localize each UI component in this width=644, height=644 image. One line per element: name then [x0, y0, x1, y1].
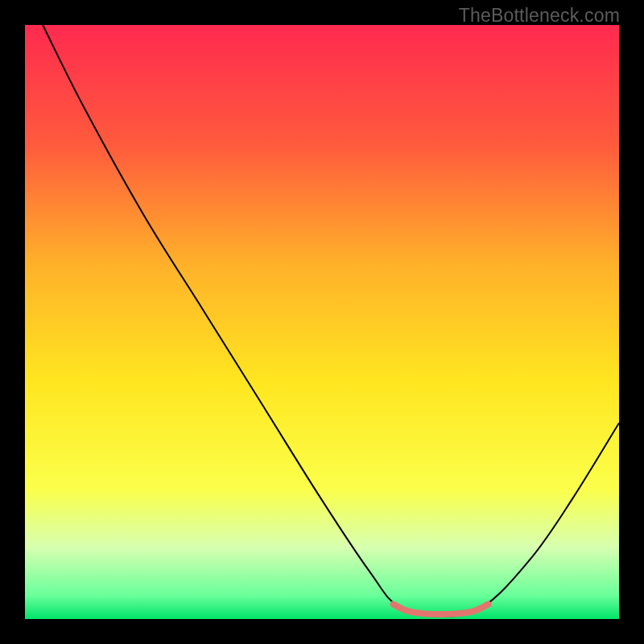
- bottleneck-chart: [25, 25, 619, 619]
- watermark-text: TheBottleneck.com: [459, 5, 620, 27]
- chart-background: [25, 25, 619, 619]
- chart-frame: TheBottleneck.com: [0, 0, 644, 644]
